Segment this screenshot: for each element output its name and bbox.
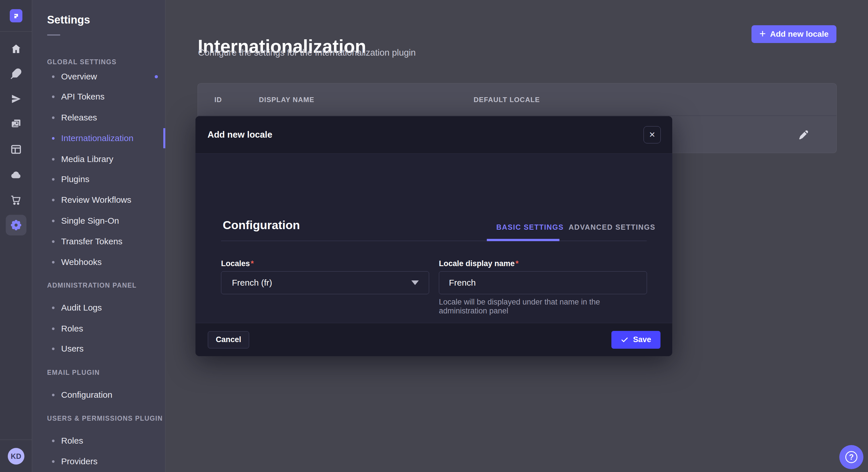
section-label-users-permissions-plugin: USERS & PERMISSIONS PLUGIN [47, 415, 163, 423]
tabs-divider [221, 241, 647, 241]
add-new-locale-button[interactable]: + Add new locale [751, 25, 836, 43]
active-item-indicator [163, 128, 165, 148]
media-library-icon[interactable] [9, 117, 23, 131]
sidebar-item-users[interactable]: Users [52, 343, 84, 355]
save-button[interactable]: Save [611, 331, 660, 349]
modal-footer: Cancel Save [195, 323, 672, 356]
subnav-title: Settings [47, 14, 90, 26]
sidebar-item-overview[interactable]: Overview [52, 71, 97, 82]
bullet-icon [52, 460, 55, 463]
bullet-icon [52, 178, 55, 181]
sidebar-item-email-configuration[interactable]: Configuration [52, 389, 112, 401]
bullet-icon [52, 199, 55, 201]
home-icon[interactable] [9, 42, 23, 56]
add-new-locale-label: Add new locale [770, 30, 829, 39]
modal-title: Add new locale [208, 130, 272, 140]
layout-icon[interactable] [9, 142, 23, 156]
bullet-icon [52, 347, 55, 350]
sidebar-item-review-workflows[interactable]: Review Workflows [52, 194, 131, 206]
active-tab-underline [487, 239, 559, 241]
tab-basic-settings[interactable]: BASIC SETTINGS [496, 223, 564, 231]
display-name-input[interactable] [439, 271, 647, 294]
cart-icon[interactable] [9, 193, 23, 207]
sidebar-item-admin-roles[interactable]: Roles [52, 323, 83, 334]
bullet-icon [52, 440, 55, 442]
edit-locale-button[interactable] [797, 128, 810, 141]
overview-notification-dot [155, 75, 158, 78]
bullet-icon [52, 75, 55, 78]
bullet-icon [52, 394, 55, 396]
section-label-global-settings: GLOBAL SETTINGS [47, 58, 117, 66]
modal-header: Add new locale ✕ [195, 116, 672, 154]
sidebar-item-releases[interactable]: Releases [52, 112, 97, 123]
close-icon: ✕ [649, 131, 656, 139]
locales-table-header: ID DISPLAY NAME DEFAULT LOCALE [198, 83, 836, 116]
strapi-settings-screen: KD Settings GLOBAL SETTINGS Overview API… [0, 0, 868, 472]
configuration-section-title: Configuration [223, 218, 300, 232]
cancel-button[interactable]: Cancel [208, 331, 249, 348]
send-icon[interactable] [9, 92, 23, 106]
page-subtitle: Configure the settings for the Internati… [198, 47, 415, 58]
bullet-icon [52, 96, 55, 98]
sidebar-item-transfer-tokens[interactable]: Transfer Tokens [52, 236, 122, 247]
help-button[interactable]: ? [839, 445, 863, 469]
cloud-icon[interactable] [9, 168, 23, 182]
required-asterisk: * [516, 259, 519, 268]
rail-logo-area [0, 0, 32, 32]
subnav-title-underline [47, 34, 60, 36]
bullet-icon [52, 261, 55, 264]
sidebar-item-media-library[interactable]: Media Library [52, 154, 113, 165]
sidebar-item-single-sign-on[interactable]: Single Sign-On [52, 215, 119, 227]
feather-icon[interactable] [9, 67, 23, 80]
sidebar-item-webhooks[interactable]: Webhooks [52, 256, 102, 268]
sidebar-item-internationalization[interactable]: Internationalization [52, 133, 133, 144]
chevron-down-icon [411, 280, 419, 285]
locales-select-value: French (fr) [232, 278, 272, 288]
column-header-default-locale: DEFAULT LOCALE [474, 83, 540, 116]
modal-body: Configuration BASIC SETTINGS ADVANCED SE… [195, 154, 672, 323]
bullet-icon [52, 158, 55, 161]
display-name-field-label: Locale display name* [439, 259, 519, 268]
icon-rail: KD [0, 0, 32, 472]
column-header-id: ID [214, 83, 222, 116]
sidebar-item-api-tokens[interactable]: API Tokens [52, 91, 104, 102]
locales-select[interactable]: French (fr) [221, 271, 429, 294]
settings-subnav: Settings GLOBAL SETTINGS Overview API To… [32, 0, 165, 472]
tab-advanced-settings[interactable]: ADVANCED SETTINGS [569, 223, 655, 231]
sidebar-item-audit-logs[interactable]: Audit Logs [52, 302, 102, 313]
add-locale-modal: Add new locale ✕ Configuration BASIC SET… [195, 116, 672, 356]
bullet-icon [52, 328, 55, 330]
strapi-logo-glyph [12, 11, 20, 20]
section-label-administration-panel: ADMINISTRATION PANEL [47, 281, 136, 290]
column-header-display-name: DISPLAY NAME [259, 83, 314, 116]
close-modal-button[interactable]: ✕ [644, 126, 661, 143]
rail-footer-divider [0, 440, 32, 440]
bullet-icon [52, 137, 55, 140]
strapi-logo[interactable] [10, 9, 22, 22]
sidebar-item-plugins[interactable]: Plugins [52, 173, 89, 185]
check-icon [621, 336, 629, 344]
bullet-icon [52, 240, 55, 243]
plus-icon: + [759, 28, 766, 39]
bullet-icon [52, 116, 55, 119]
section-label-email-plugin: EMAIL PLUGIN [47, 369, 100, 377]
sidebar-item-providers[interactable]: Providers [52, 456, 98, 467]
question-icon: ? [845, 451, 857, 463]
locales-field-label: Locales* [221, 259, 254, 268]
bullet-icon [52, 307, 55, 309]
settings-gear-icon[interactable] [6, 215, 26, 235]
save-label: Save [633, 335, 651, 344]
bullet-icon [52, 220, 55, 222]
user-avatar[interactable]: KD [8, 448, 24, 465]
required-asterisk: * [251, 259, 254, 268]
pencil-icon [797, 129, 810, 141]
sidebar-item-up-roles[interactable]: Roles [52, 435, 83, 446]
display-name-hint: Locale will be displayed under that name… [439, 298, 644, 315]
